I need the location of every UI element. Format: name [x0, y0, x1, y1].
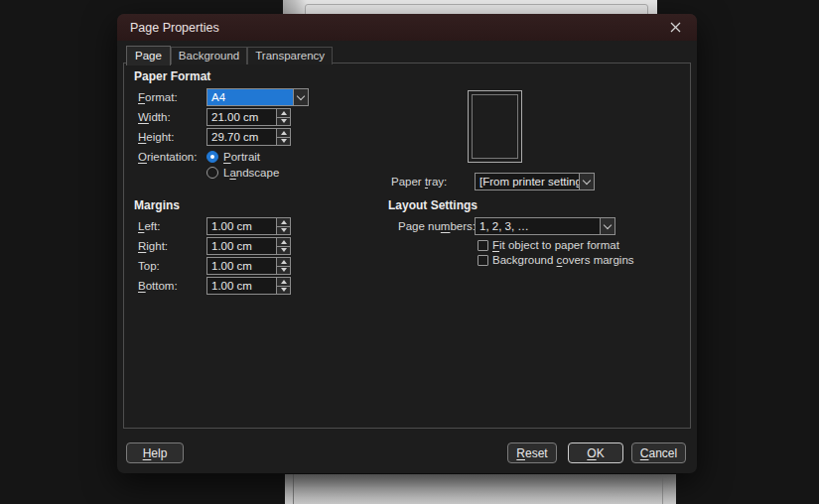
arrow-up-icon — [281, 260, 287, 264]
arrow-up-icon — [281, 111, 287, 115]
margins-heading: Margins — [134, 198, 180, 212]
document-behind-bottom — [285, 474, 676, 504]
paper-preview-margins — [472, 94, 518, 159]
paper-format-heading: Paper Format — [134, 69, 210, 83]
margin-top-spinner[interactable]: 1.00 cm — [206, 257, 291, 275]
paper-tray-value: [From printer settings] — [476, 174, 579, 189]
portrait-radio[interactable] — [206, 151, 218, 163]
paper-preview — [468, 90, 522, 163]
margin-right-spinner[interactable]: 1.00 cm — [206, 237, 291, 255]
margin-bottom-spinner[interactable]: 1.00 cm — [206, 277, 291, 295]
arrow-down-icon — [281, 139, 287, 143]
ok-button[interactable]: OK — [568, 442, 623, 463]
landscape-radio[interactable] — [206, 167, 218, 179]
arrow-up-icon — [281, 280, 287, 284]
margin-top-value: 1.00 cm — [207, 258, 276, 274]
tab-bar: Page Background Transparency — [126, 46, 333, 64]
margin-bottom-label: Bottom: — [138, 278, 178, 295]
spin-down-button[interactable] — [277, 247, 290, 255]
width-label: Width: — [138, 109, 171, 126]
dialog-titlebar: Page Properties — [117, 14, 697, 41]
chevron-down-icon — [583, 176, 591, 184]
spin-up-button[interactable] — [277, 129, 290, 138]
arrow-down-icon — [281, 228, 287, 232]
format-dropdown[interactable]: A4 — [206, 88, 309, 106]
spin-buttons — [276, 278, 290, 294]
format-label: Format: — [138, 89, 178, 106]
arrow-down-icon — [281, 248, 287, 252]
height-spin-buttons — [276, 129, 290, 145]
dialog-title: Page Properties — [130, 21, 219, 35]
page-numbers-dropdown[interactable]: 1, 2, 3, … — [475, 217, 615, 235]
margin-right-value: 1.00 cm — [207, 238, 276, 254]
width-spin-buttons — [276, 109, 290, 125]
page-tab-panel: Paper Format Format: A4 Width: 21.00 cm … — [123, 63, 691, 429]
document-behind-top — [283, 0, 657, 14]
fit-object-checkbox[interactable] — [478, 240, 488, 251]
help-button[interactable]: Help — [126, 442, 184, 463]
background-covers-margins-checkbox[interactable] — [478, 255, 488, 266]
arrow-down-icon — [281, 119, 287, 123]
height-label: Height: — [138, 129, 174, 146]
width-value: 21.00 cm — [207, 109, 276, 125]
reset-button[interactable]: Reset — [507, 442, 557, 463]
page-properties-dialog: Page Properties Page Background Transpar… — [117, 14, 697, 473]
tab-page[interactable]: Page — [126, 46, 171, 65]
spin-up-button[interactable] — [277, 258, 290, 267]
orientation-label: Orientation: — [138, 149, 197, 166]
margin-top-label: Top: — [138, 258, 160, 275]
paper-tray-label: Paper tray: — [391, 174, 447, 190]
width-spinner[interactable]: 21.00 cm — [206, 108, 291, 126]
spin-buttons — [276, 238, 290, 254]
margin-left-value: 1.00 cm — [207, 218, 276, 234]
margin-right-label: Right: — [138, 238, 168, 255]
close-button[interactable] — [666, 19, 684, 37]
arrow-up-icon — [281, 240, 287, 244]
arrow-up-icon — [281, 131, 287, 135]
spin-up-button[interactable] — [277, 218, 290, 227]
page-numbers-label: Page numbers: — [398, 218, 476, 235]
layout-settings-heading: Layout Settings — [388, 198, 478, 212]
chevron-down-icon — [297, 91, 305, 99]
chevron-down-icon — [604, 220, 612, 228]
spin-down-button[interactable] — [277, 118, 290, 126]
height-value: 29.70 cm — [207, 129, 276, 145]
tab-background[interactable]: Background — [171, 47, 247, 64]
height-spinner[interactable]: 29.70 cm — [206, 128, 291, 146]
spin-buttons — [276, 258, 290, 274]
spin-down-button[interactable] — [277, 138, 290, 146]
spin-up-button[interactable] — [277, 278, 290, 287]
spin-up-button[interactable] — [277, 109, 290, 118]
format-dropdown-button[interactable] — [293, 89, 308, 105]
background-covers-margins-checkbox-label[interactable]: Background covers margins — [492, 254, 634, 267]
margin-left-spinner[interactable]: 1.00 cm — [206, 217, 291, 235]
portrait-radio-label[interactable]: Portrait — [223, 151, 260, 164]
tab-transparency[interactable]: Transparency — [247, 47, 333, 64]
landscape-radio-label[interactable]: Landscape — [223, 167, 279, 180]
arrow-down-icon — [281, 268, 287, 272]
cancel-button[interactable]: Cancel — [631, 442, 686, 463]
arrow-down-icon — [281, 288, 287, 292]
spin-up-button[interactable] — [277, 238, 290, 247]
paper-tray-dropdown[interactable]: [From printer settings] — [475, 173, 595, 190]
spin-down-button[interactable] — [277, 267, 290, 275]
spin-down-button[interactable] — [277, 227, 290, 235]
spin-buttons — [276, 218, 290, 234]
page-numbers-value: 1, 2, 3, … — [476, 218, 600, 234]
spin-down-button[interactable] — [277, 287, 290, 295]
margin-left-label: Left: — [138, 218, 160, 235]
margin-bottom-value: 1.00 cm — [207, 278, 276, 294]
arrow-up-icon — [281, 220, 287, 224]
fit-object-checkbox-label[interactable]: Fit object to paper format — [492, 239, 619, 252]
paper-tray-dropdown-button[interactable] — [579, 174, 594, 189]
page-numbers-dropdown-button[interactable] — [600, 218, 614, 234]
close-icon — [670, 22, 681, 33]
format-dropdown-value: A4 — [207, 89, 293, 105]
